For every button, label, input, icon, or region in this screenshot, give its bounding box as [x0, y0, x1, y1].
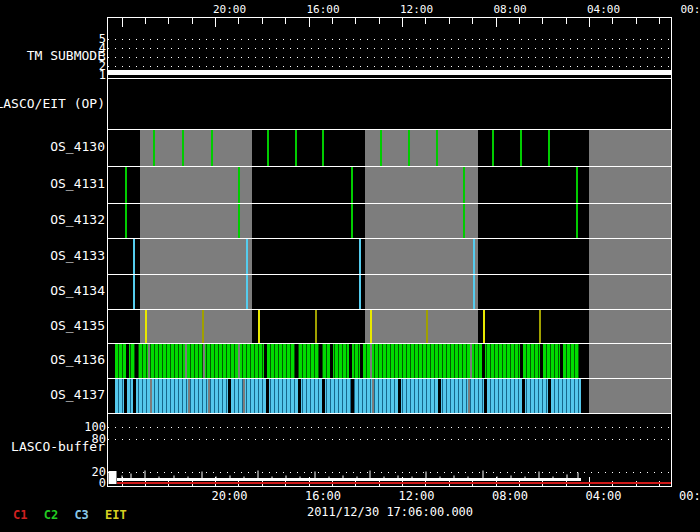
panel-divider: [108, 343, 671, 344]
bar-gap-gray: [468, 379, 470, 413]
bottom-axis-label: 20:00: [208, 490, 252, 502]
hour-tick: [542, 18, 543, 24]
bottom-axis-label: 00:00: [675, 490, 700, 502]
row-label-os4130: OS_4130: [0, 140, 105, 154]
hour-tick: [122, 18, 123, 27]
event-tick: [315, 310, 317, 343]
event-tick: [473, 275, 475, 309]
event-tick: [125, 204, 127, 238]
hour-tick: [379, 18, 380, 24]
hour-tick: [145, 18, 146, 24]
row-label-os4137: OS_4137: [0, 388, 105, 402]
event-tick: [576, 204, 578, 238]
panel-divider: [108, 378, 671, 379]
bar-gap: [522, 379, 525, 413]
bar-gap: [124, 379, 127, 413]
hour-tick: [192, 18, 193, 24]
row-label-os4133: OS_4133: [0, 249, 105, 263]
event-tick: [182, 130, 184, 166]
tm-submode-panel: [108, 18, 671, 78]
event-tick: [246, 239, 248, 274]
event-tick: [295, 130, 297, 166]
hour-tick: [238, 18, 239, 24]
bar-gap-gray: [238, 344, 240, 378]
bar-gap-gray: [150, 379, 152, 413]
bottom-axis-label: 08:00: [488, 490, 532, 502]
obs-window: [365, 167, 478, 203]
bar-gap: [319, 344, 322, 378]
panel-label-lasco-eit-op: LASCO/EIT (OP): [0, 97, 105, 111]
bar-gap: [133, 379, 136, 413]
bar-gap-gray: [203, 344, 205, 378]
obs-window: [589, 275, 671, 309]
bar-gap: [482, 344, 485, 378]
buffer-trace: [108, 414, 671, 486]
obs-window: [589, 167, 671, 203]
event-tick: [370, 310, 372, 343]
tm-gridline-dotted: [108, 57, 671, 58]
panel-divider: [108, 166, 671, 167]
bar-gap: [548, 379, 551, 413]
bar-gap: [295, 344, 298, 378]
event-tick: [351, 204, 353, 238]
bar-gap-gray: [370, 344, 372, 378]
hour-tick: [425, 18, 426, 24]
hour-tick: [612, 18, 613, 24]
os4137-row: [108, 379, 671, 413]
obs-window: [140, 310, 252, 343]
obs-window: [365, 275, 478, 309]
event-tick: [211, 130, 213, 166]
bottom-axis-label: 16:00: [301, 490, 345, 502]
legend: C1 C2 C3 EIT: [13, 508, 136, 522]
panel-divider: [108, 309, 671, 310]
event-tick: [238, 204, 240, 238]
legend-c1: C1: [13, 508, 27, 522]
bar-gap-gray: [185, 344, 187, 378]
event-tick: [426, 310, 428, 343]
event-tick: [520, 130, 522, 166]
hour-tick: [355, 18, 356, 24]
hour-tick: [659, 18, 660, 24]
event-tick: [436, 130, 438, 166]
top-axis-label: 16:00: [301, 4, 345, 16]
hour-tick: [472, 18, 473, 24]
obs-window: [589, 239, 671, 274]
obs-window: [140, 204, 252, 238]
obs-window: [140, 275, 252, 309]
obs-window: [589, 204, 671, 238]
hour-tick: [566, 18, 567, 24]
panel-divider: [108, 78, 671, 79]
event-tick: [463, 167, 465, 203]
os4133-row: [108, 239, 671, 274]
top-axis-label: 00:00: [675, 4, 700, 16]
buffer-ytick-0: 0: [76, 477, 106, 489]
panel-divider: [108, 413, 671, 414]
event-tick: [238, 167, 240, 203]
row-label-os4132: OS_4132: [0, 213, 105, 227]
bar-gap: [126, 344, 129, 378]
obs-window: [140, 130, 252, 166]
event-tick: [463, 204, 465, 238]
event-tick: [483, 310, 485, 343]
event-tick: [351, 167, 353, 203]
hour-tick: [262, 18, 263, 24]
event-tick: [258, 310, 260, 343]
os4130-row: [108, 130, 671, 166]
event-tick: [202, 310, 204, 343]
bar-gap: [520, 344, 523, 378]
event-tick: [380, 130, 382, 166]
tm-gridline-dotted: [108, 39, 671, 40]
panel-divider: [108, 203, 671, 204]
plot-area: [107, 17, 672, 487]
event-tick: [408, 130, 410, 166]
tm-gridline-dotted: [108, 48, 671, 49]
row-label-os4134: OS_4134: [0, 284, 105, 298]
row-label-os4131: OS_4131: [0, 177, 105, 191]
top-axis-label: 20:00: [208, 4, 252, 16]
event-tick: [125, 167, 127, 203]
obs-window: [140, 239, 252, 274]
bar-gap-gray: [148, 344, 150, 378]
bar-gap: [135, 344, 138, 378]
hour-tick: [285, 18, 286, 24]
hour-tick: [496, 18, 497, 27]
